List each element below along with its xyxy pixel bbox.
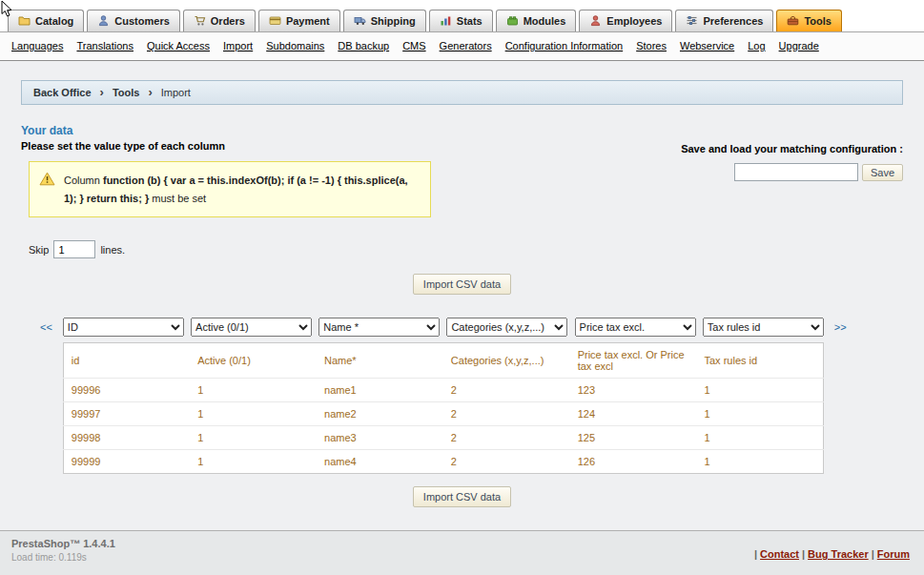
subnav-link-webservice[interactable]: Webservice — [680, 40, 734, 51]
tab-employees[interactable]: Employees — [579, 10, 672, 31]
cell: 1 — [190, 450, 317, 474]
pager-prev-link[interactable]: << — [40, 321, 52, 333]
column-type-select-2[interactable]: Active (0/1) — [191, 318, 312, 337]
cell: 99998 — [63, 426, 190, 450]
import-csv-button-bottom[interactable]: Import CSV data — [413, 486, 511, 507]
subnav-link-translations[interactable]: Translations — [76, 40, 133, 51]
cell: name1 — [317, 379, 443, 402]
cell: 2 — [443, 402, 570, 426]
bug-tracker-link[interactable]: Bug Tracker — [808, 548, 869, 560]
subnav-link-languages[interactable]: Languages — [11, 40, 63, 51]
subnav-link-upgrade[interactable]: Upgrade — [779, 40, 819, 51]
cell: 2 — [443, 379, 570, 402]
tab-label: Modules — [524, 15, 566, 27]
subnav-link-subdomains[interactable]: Subdomains — [266, 40, 324, 51]
forum-link[interactable]: Forum — [877, 548, 910, 560]
subnav-link-generators[interactable]: Generators — [440, 40, 492, 51]
sliders-icon — [686, 14, 698, 27]
cell: 1 — [190, 426, 317, 450]
module-icon — [506, 14, 519, 27]
save-config-label: Save and load your matching configuratio… — [681, 143, 903, 154]
separator: | — [802, 548, 805, 560]
breadcrumb-back-office[interactable]: Back Office — [33, 87, 92, 98]
table-row: 99996 1 name1 2 123 1 — [63, 379, 823, 402]
config-name-input[interactable] — [734, 163, 858, 181]
cell: 1 — [697, 379, 824, 402]
breadcrumb: Back Office › Tools › Import — [21, 80, 903, 105]
column-type-selects: ID Active (0/1) Name * Categories (x,y,z… — [63, 318, 824, 337]
breadcrumb-tools[interactable]: Tools — [113, 87, 140, 98]
cell: 2 — [443, 426, 570, 450]
tab-label: Catalog — [35, 15, 73, 27]
tab-label: Preferences — [703, 15, 763, 27]
column-type-select-1[interactable]: ID — [63, 318, 184, 337]
warning-text-prefix: Column — [64, 175, 100, 186]
tab-label: Stats — [457, 15, 483, 27]
import-csv-button-top[interactable]: Import CSV data — [413, 274, 511, 295]
table-header-row: id Active (0/1) Name* Categories (x,y,z,… — [63, 343, 823, 379]
tab-modules[interactable]: Modules — [496, 10, 577, 31]
cell: 1 — [190, 402, 317, 426]
tab-catalog[interactable]: Catalog — [8, 10, 84, 31]
skip-label-before: Skip — [29, 244, 49, 256]
header-cell: Name* — [317, 343, 443, 379]
table-row: 99999 1 name4 2 126 1 — [63, 450, 823, 474]
subnav-link-configuration-information[interactable]: Configuration Information — [505, 40, 624, 51]
tab-stats[interactable]: Stats — [429, 10, 493, 31]
contact-link[interactable]: Contact — [760, 548, 799, 560]
credit-card-icon — [269, 14, 281, 27]
skip-lines-input[interactable] — [53, 240, 95, 258]
tab-label: Customers — [114, 15, 169, 27]
header-cell: Price tax excl. Or Price tax excl — [570, 343, 697, 379]
folder-icon — [18, 14, 31, 27]
column-type-select-6[interactable]: Tax rules id — [703, 318, 824, 337]
tab-payment[interactable]: Payment — [258, 10, 340, 31]
pager-next-link[interactable]: >> — [834, 321, 847, 333]
csv-preview-table: id Active (0/1) Name* Categories (x,y,z,… — [63, 342, 824, 474]
tab-tools[interactable]: Tools — [776, 10, 842, 31]
subnav-link-log[interactable]: Log — [748, 40, 765, 51]
page-title: Your data — [21, 124, 903, 137]
main-content: Back Office › Tools › Import Your data P… — [0, 61, 924, 530]
toolbox-icon — [787, 14, 799, 27]
person-icon — [97, 14, 110, 27]
column-type-select-3[interactable]: Name * — [318, 318, 440, 337]
subnav-link-stores[interactable]: Stores — [636, 40, 667, 51]
tab-label: Payment — [286, 15, 330, 27]
cell: 99997 — [63, 402, 190, 426]
tab-label: Orders — [211, 15, 245, 27]
cell: 2 — [443, 450, 570, 474]
header-cell: Tax rules id — [697, 343, 824, 379]
breadcrumb-import: Import — [161, 87, 191, 98]
footer-links: |Contact|Bug Tracker|Forum — [754, 548, 913, 575]
tab-preferences[interactable]: Preferences — [675, 10, 773, 31]
tab-orders[interactable]: Orders — [183, 10, 256, 31]
chart-icon — [440, 14, 452, 27]
cell: name4 — [317, 450, 443, 474]
csv-table-wrap: ID Active (0/1) Name * Categories (x,y,z… — [63, 318, 824, 474]
chevron-right-icon: › — [100, 88, 104, 97]
subnav-link-quick-access[interactable]: Quick Access — [147, 40, 210, 51]
tab-label: Tools — [804, 15, 832, 27]
save-config-panel: Save and load your matching configuratio… — [681, 143, 903, 181]
subnav-link-db-backup[interactable]: DB backup — [338, 40, 389, 51]
header-cell: Categories (x,y,z,...) — [443, 343, 570, 379]
load-time: Load time: 0.119s — [11, 552, 115, 563]
tab-label: Shipping — [371, 15, 416, 27]
subnav-link-import[interactable]: Import — [223, 40, 253, 51]
column-type-select-4[interactable]: Categories (x,y,z,...) — [446, 318, 567, 337]
tools-subnav: LanguagesTranslationsQuick AccessImportS… — [0, 32, 924, 61]
tab-shipping[interactable]: Shipping — [343, 10, 426, 31]
save-button[interactable]: Save — [862, 164, 903, 181]
cell: 125 — [570, 426, 697, 450]
subnav-link-cms[interactable]: CMS — [402, 40, 425, 51]
table-row: 99998 1 name3 2 125 1 — [63, 426, 823, 450]
tab-customers[interactable]: Customers — [87, 10, 179, 31]
table-row: 99997 1 name2 2 124 1 — [63, 402, 823, 426]
column-type-select-5[interactable]: Price tax excl. — [575, 318, 696, 337]
separator: | — [754, 548, 757, 560]
truck-icon — [354, 14, 366, 27]
cell: 1 — [697, 426, 824, 450]
prestashop-version: PrestaShop™ 1.4.4.1 — [11, 538, 115, 549]
header-cell: id — [63, 343, 190, 379]
